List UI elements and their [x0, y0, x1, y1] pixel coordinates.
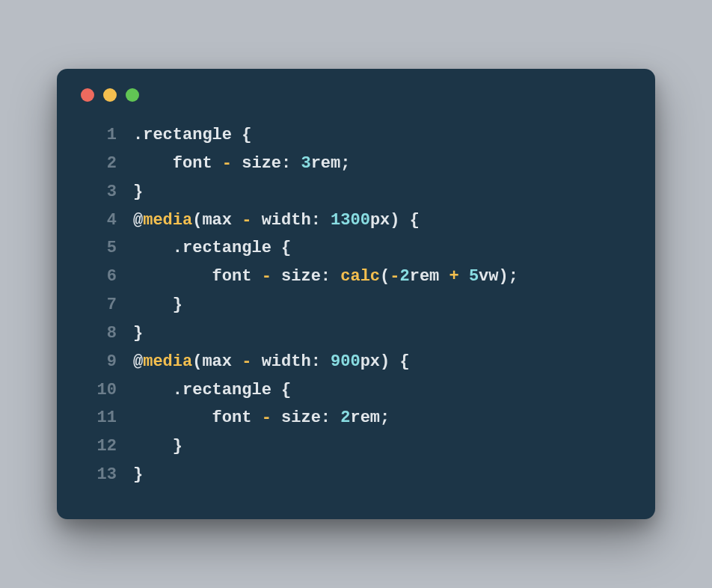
token-base: size: [271, 267, 340, 286]
code-line: 11 font - size: 2rem; [81, 404, 631, 432]
token-base: size: [232, 154, 301, 173]
code-line: 10 .rectangle { [81, 376, 631, 405]
token-brace: { [281, 239, 291, 257]
code-line: 9@media(max - width: 900px) { [81, 348, 631, 376]
line-content: } [133, 291, 182, 319]
token-op: - [242, 352, 251, 371]
token-base: width: [251, 352, 331, 371]
token-brace: } [133, 324, 143, 343]
token-op: - [242, 211, 251, 230]
line-number: 8 [81, 319, 117, 348]
token-keyword: media [143, 211, 192, 230]
token-brace: } [133, 437, 182, 456]
token-selector: .rectangle [133, 381, 281, 399]
line-number: 10 [81, 376, 117, 405]
line-number: 1 [81, 121, 117, 150]
line-content: font - size: calc(-2rem + 5vw); [133, 263, 518, 291]
token-number: 2 [340, 408, 350, 427]
token-number: 1300 [331, 211, 370, 230]
token-base: (max [192, 352, 242, 371]
token-number: 3 [301, 154, 310, 173]
zoom-icon[interactable] [126, 88, 139, 102]
code-line: 1.rectangle { [81, 121, 631, 150]
token-base: rem; [311, 154, 351, 173]
token-base: ( [380, 267, 390, 286]
code-line: 8} [81, 319, 631, 348]
line-content: .rectangle { [133, 234, 291, 263]
token-func: calc [340, 267, 380, 286]
line-number: 13 [81, 461, 117, 489]
line-number: 11 [81, 404, 117, 432]
line-content: } [133, 319, 143, 348]
code-window: 1.rectangle {2 font - size: 3rem;3}4@med… [57, 69, 655, 519]
token-op: - [262, 267, 271, 286]
token-brace: { [410, 211, 420, 230]
minimize-icon[interactable] [103, 88, 117, 102]
token-brace: } [133, 183, 143, 201]
token-base: font [133, 267, 262, 286]
line-content: } [133, 432, 182, 461]
token-base: width: [251, 211, 331, 230]
token-base: px) [360, 352, 400, 371]
window-controls [81, 88, 631, 102]
token-brace: } [133, 295, 182, 314]
token-selector: .rectangle [133, 239, 281, 257]
token-number: 900 [331, 352, 360, 371]
token-op: - [222, 154, 232, 173]
line-content: @media(max - width: 900px) { [133, 348, 410, 376]
line-number: 5 [81, 234, 117, 263]
close-icon[interactable] [81, 88, 94, 102]
token-brace: } [133, 465, 143, 484]
token-number: 5 [469, 267, 479, 286]
line-number: 3 [81, 178, 117, 206]
token-op: - [262, 408, 271, 427]
code-line: 5 .rectangle { [81, 234, 631, 263]
code-line: 2 font - size: 3rem; [81, 150, 631, 178]
token-base: @ [133, 352, 143, 371]
line-number: 9 [81, 348, 117, 376]
code-line: 13} [81, 461, 631, 489]
token-base [459, 267, 469, 286]
token-base: font [133, 154, 222, 173]
line-number: 2 [81, 150, 117, 178]
token-base: rem [410, 267, 449, 286]
token-selector: .rectangle [133, 126, 242, 144]
token-keyword: media [143, 352, 192, 371]
line-content: } [133, 178, 143, 206]
token-op: + [449, 267, 459, 286]
code-line: 7 } [81, 291, 631, 319]
token-base: @ [133, 211, 143, 230]
line-content: font - size: 2rem; [133, 404, 390, 432]
code-block: 1.rectangle {2 font - size: 3rem;3}4@med… [81, 121, 631, 489]
line-number: 7 [81, 291, 117, 319]
line-number: 4 [81, 206, 117, 235]
token-base: (max [192, 211, 242, 230]
token-brace: { [281, 381, 291, 399]
line-content: .rectangle { [133, 121, 251, 150]
token-op: - [390, 267, 399, 286]
token-number: 2 [399, 267, 409, 286]
line-number: 6 [81, 263, 117, 291]
code-line: 3} [81, 178, 631, 206]
token-brace: { [399, 352, 409, 371]
line-content: @media(max - width: 1300px) { [133, 206, 420, 235]
line-number: 12 [81, 432, 117, 461]
token-base: vw); [479, 267, 518, 286]
token-base: rem; [350, 408, 390, 427]
line-content: font - size: 3rem; [133, 150, 350, 178]
line-content: } [133, 461, 143, 489]
code-line: 6 font - size: calc(-2rem + 5vw); [81, 263, 631, 291]
token-brace: { [242, 126, 251, 144]
token-base: size: [271, 408, 340, 427]
code-line: 4@media(max - width: 1300px) { [81, 206, 631, 235]
line-content: .rectangle { [133, 376, 291, 405]
token-base: px) [370, 211, 410, 230]
code-line: 12 } [81, 432, 631, 461]
token-base: font [133, 408, 262, 427]
